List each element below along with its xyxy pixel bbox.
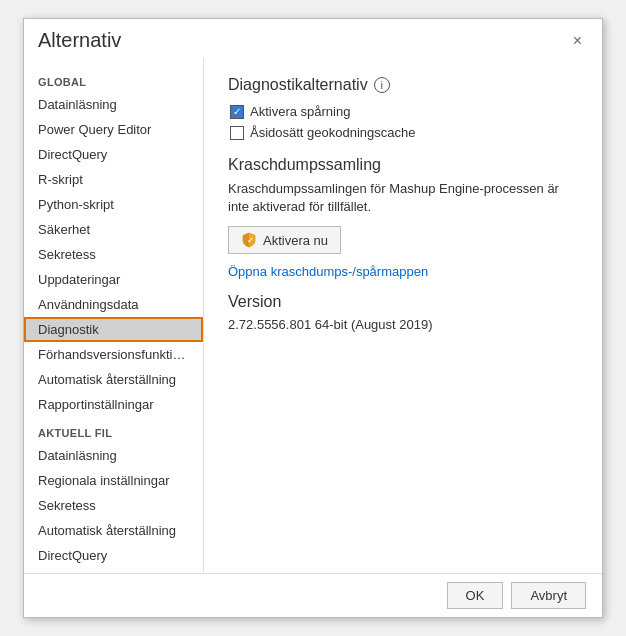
checkbox-asidosatt-label: Åsidosätt geokodningscache [250, 125, 416, 140]
checkbox-asidosatt-row: Åsidosätt geokodningscache [230, 125, 578, 140]
diagnostics-heading: Diagnostikalternativ i [228, 76, 578, 94]
sidebar-item-python-skript[interactable]: Python-skript [24, 192, 203, 217]
checkbox-aktivera-row: Aktivera spårning [230, 104, 578, 119]
sidebar-item-automatisk-aterst-global[interactable]: Automatisk återställning [24, 367, 203, 392]
main-content: Diagnostikalternativ i Aktivera spårning… [204, 58, 602, 573]
open-folder-link[interactable]: Öppna kraschdumps-/spårmappen [228, 264, 578, 279]
dialog: Alternativ × GLOBAL Datainläsning Power … [23, 18, 603, 618]
sidebar-item-anvandningsdata[interactable]: Användningsdata [24, 292, 203, 317]
sidebar-item-directquery-current[interactable]: DirectQuery [24, 543, 203, 568]
aktivera-nu-button[interactable]: ✓ Aktivera nu [228, 226, 341, 254]
svg-text:✓: ✓ [247, 236, 254, 245]
sidebar-item-uppdateringar[interactable]: Uppdateringar [24, 267, 203, 292]
sidebar-item-diagnostik[interactable]: Diagnostik [24, 317, 203, 342]
sidebar-item-forhandsversionsfunktioner[interactable]: Förhandsversionsfunktioner [24, 342, 203, 367]
sidebar-item-datainlasning-current[interactable]: Datainläsning [24, 443, 203, 468]
sidebar-item-sekretess[interactable]: Sekretess [24, 242, 203, 267]
current-file-section-label: AKTUELL FIL [24, 417, 203, 443]
info-icon: i [374, 77, 390, 93]
global-section-label: GLOBAL [24, 66, 203, 92]
ok-button[interactable]: OK [447, 582, 504, 609]
crash-description: Kraschdumpssamlingen för Mashup Engine-p… [228, 180, 578, 216]
cancel-button[interactable]: Avbryt [511, 582, 586, 609]
checkbox-asidosatt-input[interactable] [230, 126, 244, 140]
sidebar-item-datainlasning-global[interactable]: Datainläsning [24, 92, 203, 117]
version-heading: Version [228, 293, 578, 311]
sidebar-item-automatisk-aterst-current[interactable]: Automatisk återställning [24, 518, 203, 543]
sidebar-item-sekretess-current[interactable]: Sekretess [24, 493, 203, 518]
sidebar-item-rapportinstallningar-global[interactable]: Rapportinställningar [24, 392, 203, 417]
dialog-title: Alternativ [38, 29, 121, 52]
close-button[interactable]: × [567, 31, 588, 51]
sidebar: GLOBAL Datainläsning Power Query Editor … [24, 58, 204, 573]
titlebar: Alternativ × [24, 19, 602, 58]
sidebar-item-regionala-installningar[interactable]: Regionala inställningar [24, 468, 203, 493]
sidebar-item-sakerhet[interactable]: Säkerhet [24, 217, 203, 242]
checkbox-aktivera-input[interactable] [230, 105, 244, 119]
dialog-body: GLOBAL Datainläsning Power Query Editor … [24, 58, 602, 573]
dialog-footer: OK Avbryt [24, 573, 602, 617]
checkbox-aktivera-label: Aktivera spårning [250, 104, 350, 119]
shield-icon: ✓ [241, 232, 257, 248]
crash-heading: Kraschdumpssamling [228, 156, 578, 174]
version-text: 2.72.5556.801 64-bit (August 2019) [228, 317, 578, 332]
sidebar-item-power-query-editor[interactable]: Power Query Editor [24, 117, 203, 142]
sidebar-item-direct-query[interactable]: DirectQuery [24, 142, 203, 167]
sidebar-item-r-skript[interactable]: R-skript [24, 167, 203, 192]
